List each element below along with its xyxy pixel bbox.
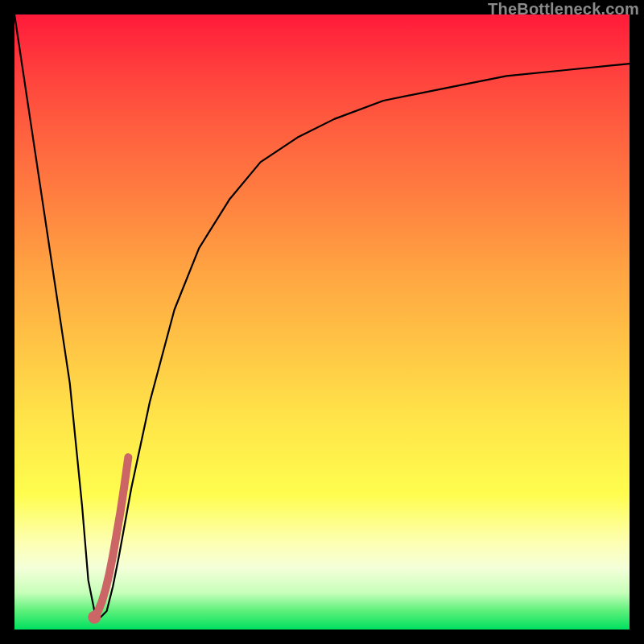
highlight-end-dot (88, 611, 101, 624)
main-curve (14, 14, 630, 617)
watermark-text: TheBottleneck.com (488, 0, 639, 19)
chart-svg (14, 14, 630, 630)
chart-stage: TheBottleneck.com (0, 0, 644, 644)
